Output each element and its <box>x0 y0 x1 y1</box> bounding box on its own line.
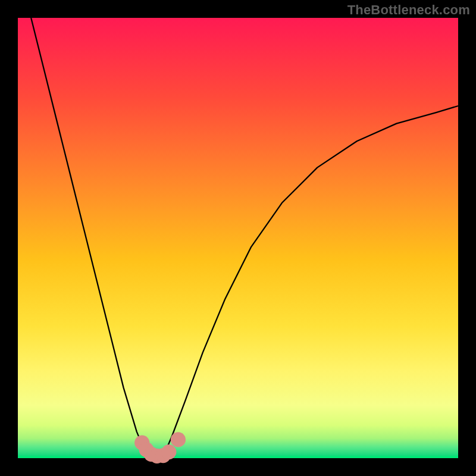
dip-marker <box>161 444 176 459</box>
chart-stage: TheBottleneck.com <box>0 0 476 476</box>
watermark-text: TheBottleneck.com <box>347 2 470 18</box>
dip-marker <box>171 432 186 447</box>
baseline-band <box>18 456 458 458</box>
chart-canvas <box>0 0 476 476</box>
plot-background <box>18 18 458 458</box>
